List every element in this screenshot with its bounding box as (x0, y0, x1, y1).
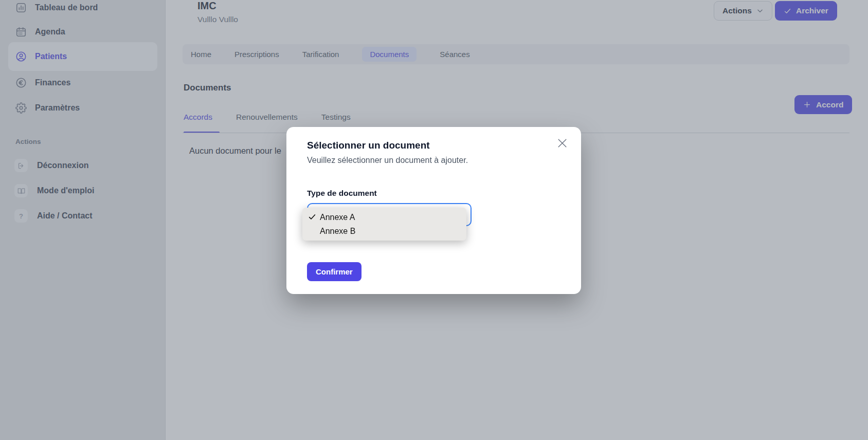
document-type-dropdown: Annexe A Annexe B (302, 208, 466, 241)
close-button[interactable] (554, 135, 570, 151)
confirm-button[interactable]: Confirmer (307, 262, 361, 281)
modal-title: Sélectionner un document (307, 140, 560, 151)
close-icon (556, 137, 569, 150)
check-icon (308, 213, 316, 221)
dropdown-option-annexe-a[interactable]: Annexe A (302, 210, 466, 224)
option-label: Annexe B (320, 227, 355, 236)
option-label: Annexe A (320, 213, 355, 222)
dropdown-option-annexe-b[interactable]: Annexe B (302, 224, 466, 238)
document-type-label: Type de document (307, 189, 560, 198)
modal-subtitle: Veuillez sélectionner un document à ajou… (307, 156, 560, 165)
